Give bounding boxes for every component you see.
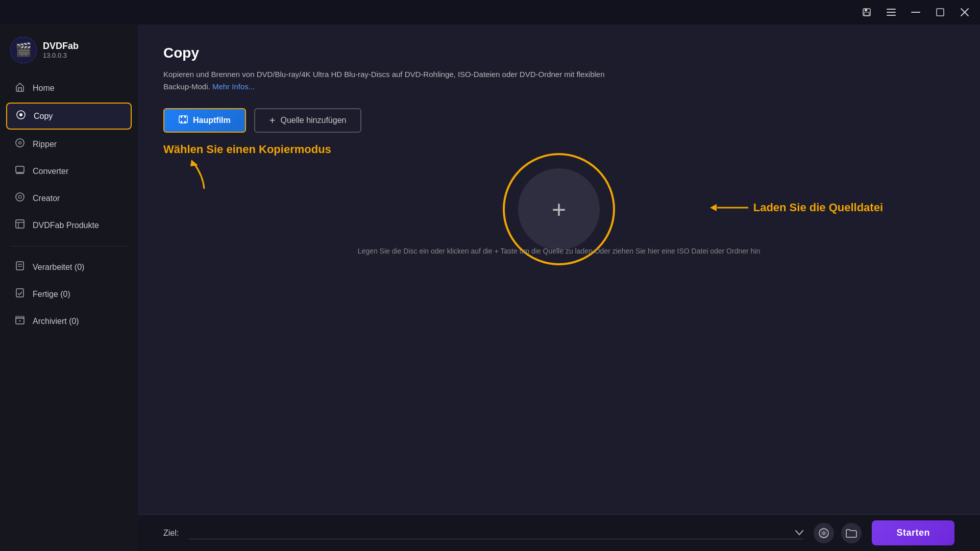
drop-instruction: Legen Sie die Disc ein oder klicken auf …: [358, 247, 760, 255]
logo-text: DVDFab 13.0.0.3: [43, 41, 79, 59]
hauptfilm-icon: [179, 115, 188, 126]
fertige-icon: [14, 288, 26, 300]
svg-rect-24: [16, 262, 23, 270]
annotation-quelldatei-text: Laden Sie die Quelldatei: [753, 201, 883, 214]
sidebar-item-converter-label: Converter: [33, 167, 68, 176]
svg-rect-31: [179, 116, 187, 123]
logo-name: DVDFab: [43, 41, 79, 52]
save-icon-btn[interactable]: [860, 5, 874, 19]
sidebar-item-home[interactable]: Home: [6, 76, 132, 101]
svg-rect-16: [16, 166, 24, 172]
sidebar-item-fertige-label: Fertige (0): [33, 290, 70, 299]
svg-rect-33: [184, 116, 186, 118]
svg-marker-36: [190, 160, 198, 166]
quelldatei-annotation: Laden Sie die Quelldatei: [707, 200, 883, 215]
svg-point-14: [16, 139, 24, 147]
center-area: Wählen Sie einen Kopiermodus +: [163, 153, 954, 265]
svg-rect-4: [887, 12, 896, 13]
svg-rect-27: [16, 289, 23, 297]
page-description: Kopieren und Brennen von DVD/Blu-ray/4K …: [163, 68, 623, 93]
sidebar-item-converter[interactable]: Converter: [6, 159, 132, 184]
logo-version: 13.0.0.3: [43, 52, 79, 59]
sidebar-item-creator[interactable]: Creator: [6, 186, 132, 211]
svg-point-13: [19, 113, 22, 116]
copy-icon: [15, 110, 27, 122]
sidebar-item-home-label: Home: [33, 84, 55, 93]
sidebar: 🎬 DVDFab 13.0.0.3 Home: [0, 24, 138, 551]
svg-text:🎬: 🎬: [15, 41, 32, 58]
arrow-left-icon: [707, 200, 748, 215]
verarbeitet-icon: [14, 261, 26, 273]
sidebar-item-ripper-label: Ripper: [33, 140, 57, 149]
svg-point-19: [16, 193, 24, 201]
hauptfilm-button[interactable]: Hauptfilm: [163, 108, 246, 133]
logo-area: 🎬 DVDFab 13.0.0.3: [0, 33, 138, 76]
bottom-bar: Ziel:: [138, 514, 980, 551]
creator-icon: [14, 192, 26, 205]
ziel-chevron-icon[interactable]: [795, 527, 803, 538]
svg-rect-3: [887, 9, 896, 10]
svg-rect-5: [887, 15, 896, 16]
menu-icon-btn[interactable]: [884, 5, 898, 19]
svg-point-15: [19, 142, 21, 144]
page-title: Copy: [163, 45, 954, 61]
sidebar-item-verarbeitet[interactable]: Verarbeitet (0): [6, 255, 132, 280]
ziel-dropdown-wrapper: [189, 527, 803, 539]
sidebar-item-copy[interactable]: Copy: [6, 103, 132, 130]
svg-point-20: [18, 195, 21, 198]
dvdfab-icon: [14, 219, 26, 232]
svg-rect-34: [181, 121, 182, 123]
ziel-label: Ziel:: [163, 529, 179, 538]
circle-plus-icon: +: [518, 168, 600, 250]
home-icon: [14, 82, 26, 94]
titlebar: [0, 0, 980, 24]
converter-icon: [14, 165, 26, 178]
mehr-infos-link[interactable]: Mehr Infos...: [212, 82, 255, 91]
sidebar-item-archiviert[interactable]: Archiviert (0): [6, 309, 132, 334]
sidebar-item-copy-label: Copy: [34, 112, 53, 121]
quelle-button[interactable]: + Quelle hinzufügen: [254, 108, 362, 133]
svg-rect-35: [184, 121, 186, 123]
sidebar-bottom: Verarbeitet (0) Fertige (0): [0, 255, 138, 334]
sidebar-item-ripper[interactable]: Ripper: [6, 132, 132, 157]
main-content: Copy Kopieren und Brennen von DVD/Blu-ra…: [138, 24, 980, 551]
svg-rect-32: [181, 116, 182, 118]
svg-rect-7: [937, 9, 944, 16]
kopiermodus-annotation: Wählen Sie einen Kopiermodus: [163, 143, 331, 191]
ripper-icon: [14, 138, 26, 151]
sidebar-item-dvdfab-label: DVDFab Produkte: [33, 221, 99, 230]
svg-rect-1: [865, 9, 867, 11]
quelle-label: Quelle hinzufügen: [280, 116, 346, 125]
svg-rect-29: [16, 316, 24, 318]
maximize-icon-btn[interactable]: [933, 5, 947, 19]
app-body: 🎬 DVDFab 13.0.0.3 Home: [0, 24, 980, 551]
svg-rect-2: [864, 12, 869, 15]
sidebar-item-creator-label: Creator: [33, 194, 60, 203]
sidebar-item-archiviert-label: Archiviert (0): [33, 317, 79, 326]
svg-rect-6: [911, 12, 920, 13]
svg-marker-37: [710, 204, 717, 211]
sidebar-item-verarbeitet-label: Verarbeitet (0): [33, 263, 84, 272]
sidebar-nav: Home Copy Ripper: [0, 76, 138, 238]
bottom-icons: [814, 523, 862, 543]
annotation-kopiermodus-text: Wählen Sie einen Kopiermodus: [163, 143, 331, 156]
sidebar-item-fertige[interactable]: Fertige (0): [6, 282, 132, 307]
folder-button[interactable]: [841, 523, 862, 543]
hauptfilm-label: Hauptfilm: [193, 116, 231, 125]
logo-icon: 🎬: [10, 37, 37, 63]
minimize-icon-btn[interactable]: [909, 5, 923, 19]
plus-icon: +: [270, 115, 276, 126]
close-icon-btn[interactable]: [958, 5, 972, 19]
ziel-dropdown[interactable]: [189, 528, 795, 537]
starten-button[interactable]: Starten: [872, 520, 954, 545]
iso-button[interactable]: [814, 523, 834, 543]
archiviert-icon: [14, 315, 26, 328]
sidebar-item-dvdfab-produkte[interactable]: DVDFab Produkte: [6, 213, 132, 238]
arrow-up: [189, 158, 331, 191]
svg-rect-21: [16, 220, 24, 228]
content-area: Copy Kopieren und Brennen von DVD/Blu-ra…: [138, 24, 980, 514]
sidebar-divider: [10, 246, 128, 246]
btn-row: Hauptfilm + Quelle hinzufügen: [163, 108, 954, 133]
